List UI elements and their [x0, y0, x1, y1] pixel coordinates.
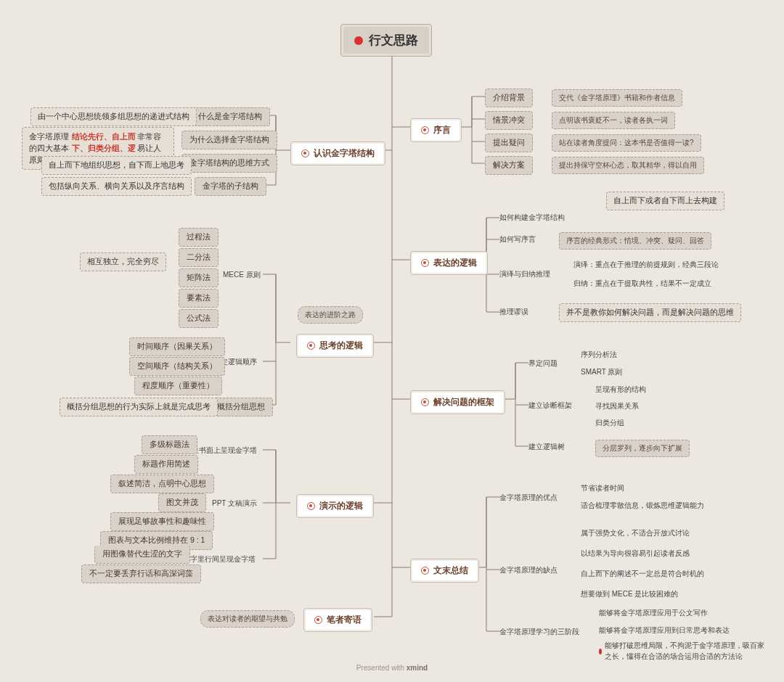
s3c-item-1: 不一定要丢弃行话和高深词藻	[81, 564, 201, 583]
brand: xmind	[407, 664, 428, 672]
s3c-title: 在字里行间呈现金字塔	[183, 554, 256, 564]
s7c-r: 分层罗列，逐步向下扩展	[595, 440, 690, 457]
s2-path-label: 表达的进阶之路	[298, 306, 363, 324]
user-icon	[307, 502, 315, 510]
s6c-r1: 演绎：重点在于推理的前提规则，经典三段论	[573, 260, 719, 270]
user-icon	[421, 259, 429, 267]
s6c-r2: 归纳：重点在于提取共性，结果不一定成立	[573, 279, 711, 289]
s5b-l[interactable]: 情景冲突	[485, 111, 533, 130]
mece-item-4: 公式法	[179, 309, 219, 328]
user-icon	[314, 616, 322, 624]
root-label: 行文思路	[369, 32, 418, 49]
s3b-item-1: 图文并茂	[158, 493, 206, 512]
s6d-l: 推理谬误	[499, 307, 528, 317]
s7b-l: 建立诊断框架	[528, 400, 572, 411]
s1-note-c: 自上而下地组织思想，自下而上地思考	[41, 156, 192, 175]
section-recognize[interactable]: 认识金字塔结构	[290, 141, 385, 165]
section-preface[interactable]: 序言	[410, 118, 462, 142]
root-dot-icon	[354, 36, 363, 45]
order-item-0: 时间顺序（因果关系）	[129, 337, 225, 356]
user-icon	[307, 342, 315, 350]
s3a-item-0: 多级标题法	[142, 435, 197, 454]
s7a-r1: 序列分析法	[581, 350, 617, 360]
s3b-item-0: 叙述简洁，点明中心思想	[110, 474, 214, 493]
s8b-l: 金字塔原理的缺点	[499, 565, 558, 575]
s3a-item-1: 标题作用简述	[134, 455, 198, 474]
mece-item-1: 二分法	[179, 248, 219, 267]
s2-group-note: 概括分组思想的行为实际上就是完成思考	[60, 398, 218, 416]
user-icon	[421, 567, 429, 575]
mece-item-2: 矩阵法	[179, 268, 219, 287]
s1-leaf-b[interactable]: 为什么选择金字塔结构	[181, 131, 277, 149]
s6c-l: 演绎与归纳推理	[499, 269, 550, 279]
order-item-1: 空间顺序（结构关系）	[129, 357, 225, 376]
s8b-r1: 属于强势文化，不适合开放式讨论	[581, 528, 690, 538]
s5a-r: 交代《金字塔原理》书籍和作者信息	[552, 89, 682, 107]
s5d-l[interactable]: 解决方案	[485, 156, 533, 175]
s7b-r1: 呈现有形的结构	[595, 385, 646, 395]
s5c-l[interactable]: 提出疑问	[485, 133, 533, 152]
s7b-r2: 寻找因果关系	[595, 401, 639, 411]
s1-note-a: 由一个中心思想统领多组思想的递进式结构	[30, 107, 197, 126]
s8b-r3: 自上而下的阐述不一定总是符合时机的	[581, 569, 704, 579]
s6a-l: 如何构建金字塔结构	[499, 213, 565, 223]
section-author[interactable]: 笔者寄语	[303, 608, 372, 632]
s6b-r: 序言的经典形式：情境、冲突、疑问、回答	[559, 232, 711, 250]
s7a-l: 界定问题	[528, 358, 558, 369]
bullet-icon	[599, 649, 602, 654]
section-think[interactable]: 思考的逻辑	[296, 334, 374, 358]
s8a-r1: 节省读者时间	[581, 483, 624, 493]
s5c-r: 站在读者角度提问：这本书是否值得一读?	[552, 134, 701, 152]
s1-note-d: 包括纵向关系、横向关系以及序言结构	[41, 177, 192, 196]
s7a-r2: SMART 原则	[581, 367, 622, 377]
section-summary[interactable]: 文末总结	[410, 559, 479, 583]
mece-item-0: 过程法	[179, 228, 219, 247]
s1-leaf-a[interactable]: 什么是金字塔结构	[190, 107, 270, 126]
s8c-l: 金字塔原理学习的三阶段	[499, 627, 579, 637]
s5a-l[interactable]: 介绍背景	[485, 89, 533, 107]
s8a-r2: 适合梳理零散信息，锻炼思维逻辑能力	[581, 501, 704, 511]
s8c-r3: 能够打破思维局限，不拘泥于金字塔原理，吸百家之长，懂得在合适的场合运用合适的方法…	[599, 640, 766, 662]
s8c-r1: 能够将金字塔原理应用于公文写作	[599, 608, 708, 618]
s8a-l: 金字塔原理的优点	[499, 493, 558, 503]
s7b-r3: 归类分组	[595, 418, 624, 428]
s2-mece-title: MECE 原则	[223, 270, 261, 280]
s6d-note: 并不是教你如何解决问题，而是解决问题的思维	[559, 303, 741, 322]
s3b-item-2: 展现足够故事性和趣味性	[110, 512, 214, 531]
s8c-r2: 能够将金字塔原理应用到日常思考和表达	[599, 625, 730, 636]
root-node[interactable]: 行文思路	[340, 24, 432, 57]
section-express[interactable]: 表达的逻辑	[410, 251, 488, 275]
s5d-r: 提出持保守空杯心态，取其精华，得以自用	[552, 157, 704, 174]
s3c-item-0: 用图像替代生涩的文字	[94, 546, 190, 564]
s8b-r2: 以结果为导向很容易引起读者反感	[581, 549, 690, 559]
section-solve[interactable]: 解决问题的框架	[410, 390, 505, 414]
s5b-r: 点明该书褒贬不一，读者各执一词	[552, 112, 675, 129]
user-icon	[421, 126, 429, 134]
s7c-l: 建立逻辑树	[528, 442, 565, 452]
s1-leaf-d[interactable]: 金字塔的子结构	[195, 177, 266, 196]
footer: Presented with xmind	[0, 664, 784, 672]
s6a-note: 自上而下或者自下而上去构建	[606, 192, 724, 210]
order-item-2: 程度顺序（重要性）	[134, 377, 222, 395]
mece-item-3: 要素法	[179, 289, 219, 308]
s8b-r4: 想要做到 MECE 是比较困难的	[581, 589, 678, 599]
s6b-l: 如何写序言	[499, 234, 536, 245]
s3a-title: 在书面上呈现金字塔	[192, 445, 257, 456]
user-icon	[301, 149, 309, 157]
s3b-title: PPT 文稿演示	[212, 498, 257, 509]
s2-group[interactable]: 概括分组思想	[209, 398, 273, 416]
s4-note: 表达对读者的期望与共勉	[200, 610, 295, 628]
s1-leaf-c[interactable]: 金字塔结构的思维方式	[181, 154, 277, 173]
user-icon	[421, 398, 429, 406]
section-present[interactable]: 演示的逻辑	[296, 494, 374, 518]
s2-mece-anno: 相互独立，完全穷尽	[80, 252, 166, 271]
